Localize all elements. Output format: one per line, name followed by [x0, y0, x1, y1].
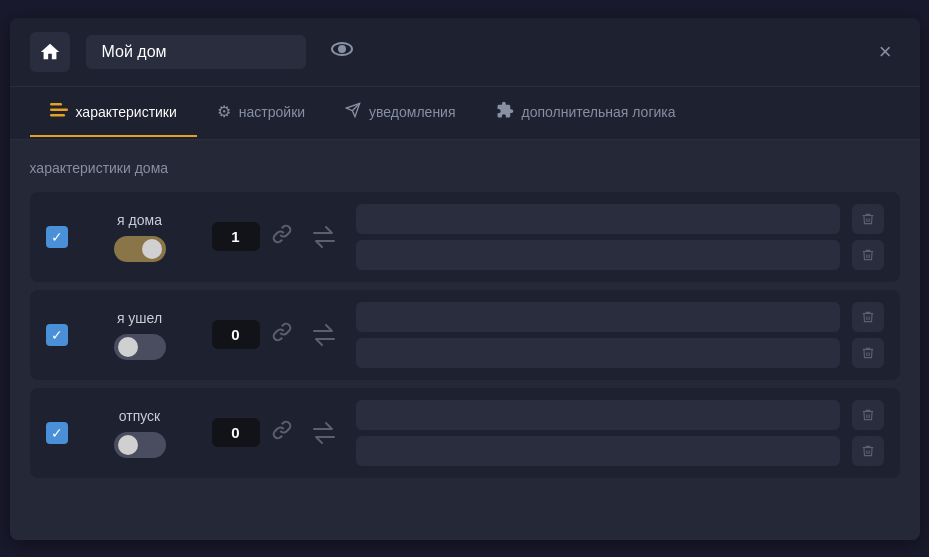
toggle-home[interactable]: [114, 236, 166, 262]
right-input-home-1[interactable]: [356, 204, 840, 234]
checkbox-vacation[interactable]: ✓: [46, 422, 68, 444]
right-input-vacation-1[interactable]: [356, 400, 840, 430]
transfer-arrows-left[interactable]: [304, 317, 344, 353]
tab-notifications-label: уведомления: [369, 104, 455, 120]
char-row-left: ✓ я ушел 0: [30, 290, 900, 380]
app-window: Мой дом × характеристики ⚙ настройки: [10, 18, 920, 540]
delete-col-home: [852, 204, 884, 270]
header: Мой дом ×: [10, 18, 920, 87]
content-area: характеристики дома ✓ я дома 1: [10, 140, 920, 540]
delete-col-left: [852, 302, 884, 368]
delete-col-vacation: [852, 400, 884, 466]
char-name-home: я дома: [117, 212, 162, 228]
char-name-area-left: я ушел: [80, 310, 200, 360]
checkbox-home[interactable]: ✓: [46, 226, 68, 248]
char-name-vacation: отпуск: [119, 408, 160, 424]
delete-btn-home-2[interactable]: [852, 240, 884, 270]
delete-btn-vacation-1[interactable]: [852, 400, 884, 430]
svg-rect-3: [50, 108, 68, 111]
link-icon-left[interactable]: [272, 322, 292, 347]
section-title: характеристики дома: [30, 160, 900, 176]
char-row-home: ✓ я дома 1: [30, 192, 900, 282]
home-icon[interactable]: [30, 32, 70, 72]
svg-point-1: [339, 46, 345, 52]
svg-rect-4: [50, 114, 65, 117]
transfer-arrows-home[interactable]: [304, 219, 344, 255]
char-name-area-vacation: отпуск: [80, 408, 200, 458]
window-title: Мой дом: [86, 35, 306, 69]
value-badge-home: 1: [212, 222, 260, 251]
value-badge-left: 0: [212, 320, 260, 349]
toggle-left[interactable]: [114, 334, 166, 360]
tab-notifications-icon: [345, 102, 361, 122]
value-badge-vacation: 0: [212, 418, 260, 447]
transfer-arrows-vacation[interactable]: [304, 415, 344, 451]
visibility-icon[interactable]: [330, 37, 354, 66]
close-button[interactable]: ×: [871, 35, 900, 69]
delete-btn-left-2[interactable]: [852, 338, 884, 368]
tab-characteristics[interactable]: характеристики: [30, 89, 197, 137]
right-input-vacation-2[interactable]: [356, 436, 840, 466]
toggle-knob-home: [142, 239, 162, 259]
checkbox-left[interactable]: ✓: [46, 324, 68, 346]
tab-logic-icon: [496, 101, 514, 123]
char-row-vacation: ✓ отпуск 0: [30, 388, 900, 478]
tab-logic-label: дополнительная логика: [522, 104, 676, 120]
char-name-left: я ушел: [117, 310, 162, 326]
delete-btn-left-1[interactable]: [852, 302, 884, 332]
right-inputs-vacation: [356, 400, 840, 466]
tab-notifications[interactable]: уведомления: [325, 88, 475, 138]
link-icon-home[interactable]: [272, 224, 292, 249]
tab-settings-label: настройки: [239, 104, 305, 120]
tab-characteristics-icon: [50, 103, 68, 121]
right-input-home-2[interactable]: [356, 240, 840, 270]
toggle-vacation[interactable]: [114, 432, 166, 458]
delete-btn-vacation-2[interactable]: [852, 436, 884, 466]
right-inputs-home: [356, 204, 840, 270]
right-input-left-1[interactable]: [356, 302, 840, 332]
tabs-bar: характеристики ⚙ настройки уведомления д…: [10, 87, 920, 140]
right-inputs-left: [356, 302, 840, 368]
tab-characteristics-label: характеристики: [76, 104, 177, 120]
tab-settings-icon: ⚙: [217, 102, 231, 121]
toggle-knob-vacation: [118, 435, 138, 455]
svg-rect-2: [50, 103, 62, 106]
tab-logic[interactable]: дополнительная логика: [476, 87, 696, 139]
toggle-knob-left: [118, 337, 138, 357]
delete-btn-home-1[interactable]: [852, 204, 884, 234]
right-input-left-2[interactable]: [356, 338, 840, 368]
char-name-area-home: я дома: [80, 212, 200, 262]
tab-settings[interactable]: ⚙ настройки: [197, 88, 325, 137]
link-icon-vacation[interactable]: [272, 420, 292, 445]
